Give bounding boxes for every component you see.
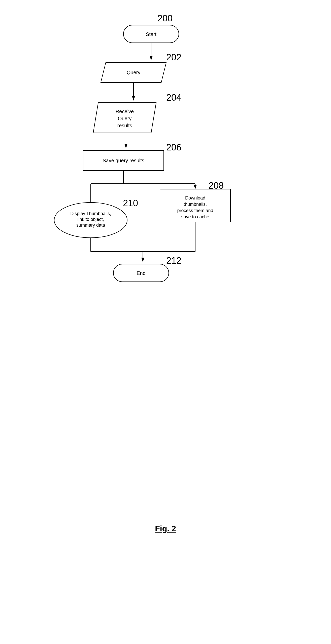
query-text: Query <box>127 70 140 75</box>
download-line3: process them and <box>177 208 213 213</box>
svg-marker-5 <box>132 96 135 101</box>
flowchart-svg: 200 Start 202 Query 204 Receive Query re… <box>0 0 331 553</box>
display-line1: Display Thumbnails, <box>70 211 111 216</box>
label-206: 206 <box>166 142 181 152</box>
svg-marker-8 <box>124 144 127 148</box>
receive-line1: Receive <box>116 109 134 114</box>
download-line2: thumbnails, <box>184 202 207 207</box>
label-200: 200 <box>157 13 173 23</box>
svg-marker-15 <box>194 185 197 189</box>
display-line3: summary data <box>76 223 105 228</box>
receive-line2: Query <box>118 116 131 121</box>
svg-marker-2 <box>150 56 153 60</box>
diagram-container: 200 Start 202 Query 204 Receive Query re… <box>0 0 331 553</box>
download-line1: Download <box>185 195 205 200</box>
label-210: 210 <box>123 198 138 208</box>
save-text: Save query results <box>103 158 144 163</box>
label-202: 202 <box>166 52 181 62</box>
receive-line3: results <box>117 123 132 128</box>
display-line2: link to object, <box>77 217 104 222</box>
label-212: 212 <box>166 255 181 266</box>
download-line4: save to cache <box>181 214 209 219</box>
end-text: End <box>137 270 146 276</box>
label-204: 204 <box>166 92 181 103</box>
figure-caption: Fig. 2 <box>0 524 331 533</box>
start-text: Start <box>146 31 157 37</box>
svg-marker-22 <box>141 258 144 262</box>
